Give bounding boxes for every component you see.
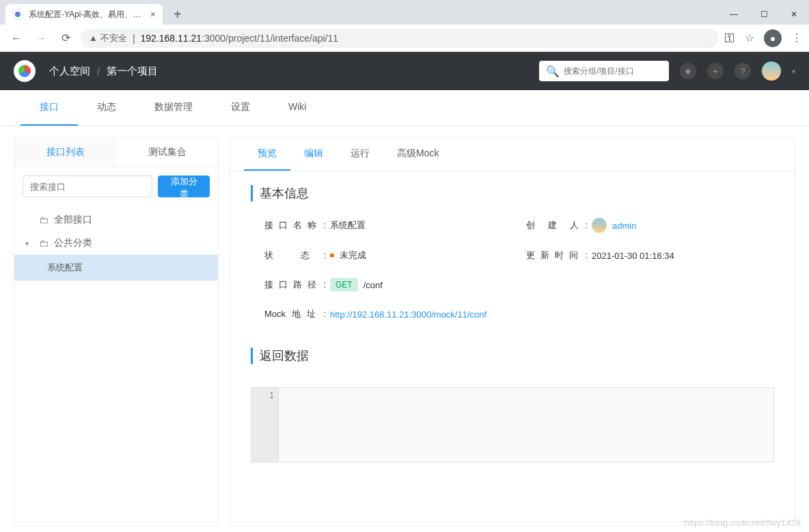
label-creator: 创 建 人 <box>526 219 588 232</box>
chevron-down-icon[interactable]: ▾ <box>792 68 795 75</box>
tree-all-apis[interactable]: 🗀 全部接口 <box>14 208 218 232</box>
user-avatar[interactable] <box>762 61 781 81</box>
breadcrumb: 个人空间 / 第一个项目 <box>49 65 158 78</box>
label-path: 接口路径 <box>264 279 326 291</box>
browser-tab[interactable]: 系统配置-YApi-高效、易用、功能 × <box>5 4 163 25</box>
back-button[interactable]: ← <box>7 29 26 48</box>
window-maximize-button[interactable]: ☐ <box>749 4 779 25</box>
creator-link[interactable]: admin <box>612 221 636 231</box>
http-method-tag: GET <box>330 278 358 292</box>
global-search[interactable]: 🔍 <box>539 61 669 81</box>
section-title-response: 返回数据 <box>251 348 774 364</box>
breadcrumb-project[interactable]: 第一个项目 <box>107 65 158 78</box>
chrome-menu-icon[interactable]: ⋮ <box>791 31 802 44</box>
label-api-name: 接口名称 <box>264 219 326 232</box>
key-icon[interactable]: ⚿ <box>724 32 735 44</box>
content-tab-run[interactable]: 运行 <box>337 138 383 171</box>
label-mock: Mock地址 <box>264 308 326 320</box>
mock-url-link[interactable]: http://192.168.11.21:3000/mock/11/conf <box>330 309 486 320</box>
browser-tab-bar: 系统配置-YApi-高效、易用、功能 × + — ☐ ✕ <box>0 0 809 25</box>
url-field[interactable]: ▲ 不安全 | 192.168.11.21:3000/project/11/in… <box>81 29 719 48</box>
nav-tab-wiki[interactable]: Wiki <box>269 90 325 126</box>
line-number: 1 <box>256 391 274 400</box>
value-api-name: 系统配置 <box>330 219 366 232</box>
value-path: /conf <box>364 280 383 290</box>
code-body[interactable] <box>279 388 773 462</box>
star-icon[interactable]: ★ <box>680 63 696 79</box>
tree-leaf-system-config[interactable]: 系统配置 <box>14 255 218 281</box>
label-updated: 更新时间 <box>526 249 588 262</box>
favicon-icon <box>12 9 23 20</box>
app-header: 个人空间 / 第一个项目 🔍 ★ + ? ▾ <box>0 52 809 90</box>
profile-avatar-icon[interactable]: ● <box>764 29 782 47</box>
search-icon: 🔍 <box>546 65 560 78</box>
content-panel: 预览 编辑 运行 高级Mock 基本信息 接口名称 系统配置 创 建 人 adm… <box>230 137 795 522</box>
tree-category-public[interactable]: ▾ 🗀 公共分类 <box>14 232 218 255</box>
tab-close-icon[interactable]: × <box>150 9 156 20</box>
plus-icon[interactable]: + <box>707 63 724 79</box>
sidebar: 接口列表 测试集合 添加分类 🗀 全部接口 ▾ 🗀 公共分类 系统配置 <box>14 137 219 522</box>
value-status: 未完成 <box>340 249 366 262</box>
nav-tab-activity[interactable]: 动态 <box>78 90 135 126</box>
help-icon[interactable]: ? <box>735 63 751 79</box>
breadcrumb-separator-icon: / <box>97 66 100 77</box>
global-search-input[interactable] <box>564 66 666 76</box>
breadcrumb-root[interactable]: 个人空间 <box>49 65 90 78</box>
url-text: 192.168.11.21:3000/project/11/interface/… <box>141 33 339 44</box>
status-dot-icon <box>330 253 334 257</box>
insecure-warning-icon: ▲ 不安全 <box>89 32 127 44</box>
window-close-button[interactable]: ✕ <box>779 4 809 25</box>
folder-icon: 🗀 <box>39 214 49 225</box>
content-tab-mock[interactable]: 高级Mock <box>383 138 452 171</box>
add-category-button[interactable]: 添加分类 <box>158 176 210 197</box>
code-gutter: 1 <box>251 388 279 462</box>
content-tab-preview[interactable]: 预览 <box>244 138 290 171</box>
window-minimize-button[interactable]: — <box>719 4 749 25</box>
forward-button[interactable]: → <box>31 29 51 48</box>
nav-tab-settings[interactable]: 设置 <box>212 90 269 126</box>
tab-title: 系统配置-YApi-高效、易用、功能 <box>29 9 146 20</box>
value-updated: 2021-01-30 01:16:34 <box>592 251 674 261</box>
nav-tab-interface[interactable]: 接口 <box>20 90 78 126</box>
nav-tab-data[interactable]: 数据管理 <box>135 90 212 126</box>
bookmark-star-icon[interactable]: ☆ <box>745 31 754 44</box>
reload-button[interactable]: ⟳ <box>56 29 75 48</box>
caret-down-icon[interactable]: ▾ <box>25 240 33 247</box>
api-tree: 🗀 全部接口 ▾ 🗀 公共分类 系统配置 <box>14 206 218 283</box>
new-tab-button[interactable]: + <box>169 7 186 23</box>
response-code-block[interactable]: 1 <box>251 387 774 462</box>
section-title-basic: 基本信息 <box>251 185 774 201</box>
project-nav-tabs: 接口 动态 数据管理 设置 Wiki <box>0 90 809 126</box>
content-tab-edit[interactable]: 编辑 <box>290 138 337 171</box>
address-bar: ← → ⟳ ▲ 不安全 | 192.168.11.21:3000/project… <box>0 25 809 52</box>
sidebar-tab-api-list[interactable]: 接口列表 <box>14 138 116 167</box>
sidebar-search-input[interactable] <box>23 176 152 197</box>
folder-icon: 🗀 <box>39 238 49 249</box>
app-logo[interactable] <box>14 60 36 82</box>
sidebar-tab-test-collection[interactable]: 测试集合 <box>116 138 218 167</box>
creator-avatar-icon <box>592 218 607 233</box>
label-status: 状 态 <box>264 249 326 262</box>
